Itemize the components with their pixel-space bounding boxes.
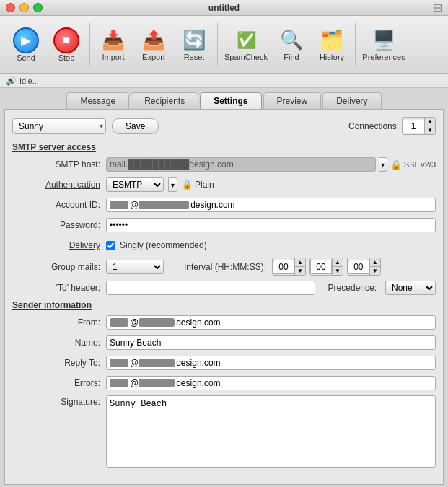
interval-hh[interactable]: [273, 260, 294, 274]
replyto-at: @: [130, 358, 139, 368]
window-controls[interactable]: [6, 3, 43, 12]
reset-button[interactable]: 🔄 Reset: [174, 19, 214, 70]
plain-label: Plain: [195, 180, 214, 190]
singly-checkbox[interactable]: [106, 241, 115, 250]
hh-down[interactable]: ▼: [295, 267, 305, 275]
preferences-label: Preferences: [362, 53, 405, 61]
tab-recipients[interactable]: Recipients: [131, 92, 198, 109]
smtp-section-header: SMTP server access: [12, 142, 436, 152]
group-label: Group mails:: [12, 262, 106, 272]
plain-badge: 🔒 Plain: [182, 180, 214, 190]
status-bar: 🔊 Idle...: [0, 74, 448, 88]
signature-label: Signature:: [12, 395, 106, 407]
status-text: Idle...: [19, 76, 39, 85]
toolbar-separator-1: [89, 23, 90, 66]
connections-up[interactable]: ▲: [425, 118, 435, 126]
smtp-host-row: SMTP host: ▾ 🔒 SSL v2/3: [12, 157, 436, 172]
find-button[interactable]: 🔍 Find: [271, 19, 312, 70]
toheader-controls: Precedence: None: [106, 281, 436, 295]
from-redacted1: [110, 318, 128, 327]
import-button[interactable]: 📥 Import: [93, 19, 133, 70]
title-bar: untitled ⊟: [0, 0, 448, 16]
hh-stepper: ▲ ▼: [294, 258, 305, 275]
group-interval-row: Group mails: 1 Interval (HH:MM:SS): ▲ ▼: [12, 258, 436, 276]
signature-textarea[interactable]: Sunny Beach: [106, 395, 436, 468]
speaker-icon: 🔊: [6, 76, 17, 86]
smtp-host-label: SMTP host:: [12, 159, 106, 170]
tab-delivery[interactable]: Delivery: [322, 92, 381, 109]
errors-redacted2: [139, 379, 175, 387]
smtp-host-arrow[interactable]: ▾: [379, 157, 387, 172]
save-button[interactable]: Save: [112, 118, 159, 134]
connections-input[interactable]: [403, 120, 424, 133]
mm-up[interactable]: ▲: [333, 258, 343, 267]
reset-icon: 🔄: [182, 28, 206, 53]
history-label: History: [320, 53, 344, 61]
spamcheck-button[interactable]: ✅ SpamCheck: [221, 19, 271, 70]
account-at: @: [130, 200, 139, 210]
ss-spinner: ▲ ▼: [347, 258, 381, 276]
tab-message[interactable]: Message: [66, 92, 129, 109]
from-redacted2: [139, 318, 175, 327]
errors-at: @: [130, 378, 139, 388]
preferences-button[interactable]: 🖥️ Preferences: [359, 19, 409, 70]
mm-stepper: ▲ ▼: [332, 258, 343, 275]
find-label: Find: [284, 53, 299, 61]
maximize-button[interactable]: [33, 3, 43, 12]
toolbar-separator-2: [217, 23, 218, 66]
mm-down[interactable]: ▼: [333, 267, 343, 275]
password-input[interactable]: [106, 218, 436, 232]
tab-settings[interactable]: Settings: [200, 92, 261, 109]
group-interval-controls: 1 Interval (HH:MM:SS): ▲ ▼ ▲ ▼: [106, 258, 436, 276]
interval-label: Interval (HH:MM:SS):: [184, 262, 266, 272]
lock-icon-2: 🔒: [182, 180, 193, 190]
replyto-field[interactable]: @ design.com: [106, 356, 436, 370]
precedence-select[interactable]: None: [385, 281, 436, 295]
tab-preview[interactable]: Preview: [263, 92, 322, 109]
mm-spinner: ▲ ▼: [309, 258, 343, 276]
account-domain: design.com: [190, 200, 234, 210]
replyto-row: Reply To: @ design.com: [12, 355, 436, 371]
delivery-row: Delivery Singly (recommended): [12, 237, 436, 253]
account-field[interactable]: @ design.com: [106, 198, 436, 212]
close-button[interactable]: [6, 3, 15, 12]
singly-label: Singly (recommended): [120, 240, 207, 250]
ssl-badge: 🔒 SSL v2/3: [390, 159, 436, 170]
name-input[interactable]: [106, 335, 436, 350]
from-label: From:: [12, 317, 106, 328]
minimize-button[interactable]: [19, 3, 29, 12]
from-field[interactable]: @ design.com: [106, 315, 436, 330]
resize-icon[interactable]: ⊟: [433, 1, 442, 14]
tabs-container: Message Recipients Settings Preview Deli…: [0, 88, 448, 109]
account-redacted-part1: [110, 201, 128, 209]
profile-wrapper: Sunny ▾: [12, 118, 106, 134]
profile-select[interactable]: Sunny: [12, 118, 106, 134]
sender-section-header: Sender information: [12, 300, 436, 310]
hh-up[interactable]: ▲: [295, 258, 305, 267]
toheader-row: 'To' header: Precedence: None: [12, 280, 436, 296]
auth-select[interactable]: ESMTP: [106, 177, 164, 192]
interval-mm[interactable]: [310, 260, 332, 274]
connections-stepper: ▲ ▼: [424, 118, 435, 134]
interval-ss[interactable]: [348, 260, 369, 274]
errors-field[interactable]: @ design.com: [106, 376, 436, 390]
ss-down[interactable]: ▼: [370, 267, 380, 275]
delivery-label: Delivery: [12, 240, 106, 250]
from-domain: design.com: [176, 317, 220, 328]
export-icon: 📤: [141, 28, 166, 53]
history-button[interactable]: 🗂️ History: [312, 19, 352, 70]
toheader-input[interactable]: [106, 281, 315, 295]
connections-down[interactable]: ▼: [425, 126, 435, 134]
stop-label: Stop: [58, 53, 75, 62]
export-button[interactable]: 📤 Export: [133, 19, 174, 70]
replyto-redacted1: [110, 359, 128, 367]
stop-button[interactable]: ■ Stop: [46, 19, 87, 70]
auth-controls: ESMTP ▾ 🔒 Plain: [106, 177, 214, 192]
auth-arrow[interactable]: ▾: [168, 177, 177, 192]
group-select[interactable]: 1: [106, 260, 164, 274]
errors-label: Errors:: [12, 378, 106, 388]
send-button[interactable]: ▶ Send: [6, 19, 46, 70]
ss-up[interactable]: ▲: [370, 258, 380, 267]
smtp-host-input[interactable]: [106, 157, 376, 172]
delivery-controls: Singly (recommended): [106, 240, 207, 250]
